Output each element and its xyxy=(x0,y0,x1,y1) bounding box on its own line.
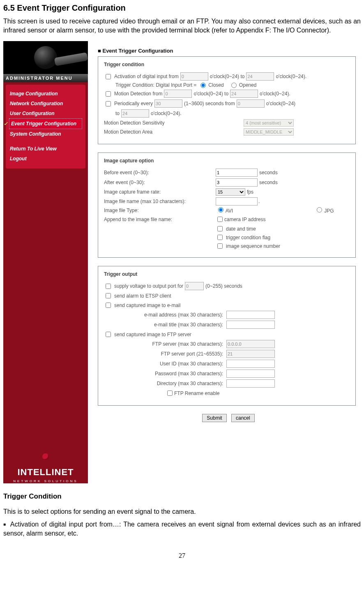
logo-word: INTELLINET xyxy=(17,467,74,477)
chk-ftp-rename[interactable] xyxy=(167,390,173,396)
cancel-button[interactable]: cancel xyxy=(231,414,255,422)
label-activation: Activation of digital input from xyxy=(114,74,179,79)
select-area[interactable]: MIDDLE_MIDDLE xyxy=(244,128,294,136)
label-detect-area: Motion Detection Area xyxy=(104,129,244,135)
input-before-event[interactable] xyxy=(216,169,258,177)
label-file-type: Image file Type: xyxy=(104,208,216,213)
label-seconds-1: seconds xyxy=(259,170,278,176)
label-opened: Opened xyxy=(239,82,257,88)
input-ftp-pass[interactable] xyxy=(226,370,275,378)
nav-network-config[interactable]: Network Configuration xyxy=(9,99,82,109)
label-oclock-end-2: o'clock(0~24). xyxy=(260,91,290,97)
chk-append-seq[interactable] xyxy=(217,243,223,249)
label-ftp-dir: Directory (max 30 characters): xyxy=(129,381,223,386)
label-frame-rate: Image capture frame rate: xyxy=(104,189,216,195)
input-periodic-to[interactable] xyxy=(121,109,149,118)
input-file-name[interactable] xyxy=(216,197,258,206)
square-bullet-icon: ■ xyxy=(3,522,7,527)
input-act-from[interactable] xyxy=(180,72,208,81)
dot-label: . xyxy=(258,199,260,204)
radio-jpg[interactable] xyxy=(317,207,322,213)
chk-periodic[interactable] xyxy=(106,101,111,106)
label-append-flag: trigger condition flag xyxy=(226,235,270,240)
label-append: Append to the image file name: xyxy=(104,217,216,222)
main-config-panel: Event Trigger Configuration Trigger cond… xyxy=(88,41,359,483)
label-oclock-to-2: o'clock(0~24) to xyxy=(194,91,228,97)
label-supply: supply voltage to output port for xyxy=(114,283,183,289)
label-after-event: After event (0~30): xyxy=(104,180,216,185)
logo-dot-icon xyxy=(42,453,49,460)
chk-append-flag[interactable] xyxy=(217,235,223,240)
label-oclock-end-1: o'clock(0~24). xyxy=(276,74,306,79)
radio-avi[interactable] xyxy=(218,207,223,213)
trigger-condition-heading: Trigger condition xyxy=(104,62,350,67)
label-ftp-user: User ID (max 30 characters): xyxy=(129,361,223,367)
body-text-bullet: ■ Activation of digital input port from…… xyxy=(3,520,361,538)
input-act-to[interactable] xyxy=(246,72,274,81)
camera-icon xyxy=(34,46,57,69)
input-periodic-from[interactable] xyxy=(237,99,265,108)
input-motion-to[interactable] xyxy=(230,90,258,98)
input-ftp-user[interactable] xyxy=(226,360,275,368)
radio-opened[interactable] xyxy=(231,83,237,88)
nav-return-live-view[interactable]: Return To Live View xyxy=(9,144,82,154)
input-ftp-port[interactable] xyxy=(226,350,275,358)
input-ftp-dir[interactable] xyxy=(226,379,275,388)
trigger-condition-box: Trigger condition Activation of digital … xyxy=(98,56,356,144)
input-periodic-secs[interactable] xyxy=(154,99,182,108)
label-seconds-2: seconds xyxy=(259,180,278,185)
nav-system-config[interactable]: System Configuration xyxy=(9,129,82,139)
input-motion-from[interactable] xyxy=(164,90,192,98)
label-periodic-to: to xyxy=(115,111,120,116)
section-heading: 6.5 Event Trigger Configuration xyxy=(3,3,361,13)
chk-append-date[interactable] xyxy=(217,226,223,231)
logo-subtitle: NETWORK SOLUTIONS xyxy=(13,479,78,483)
trigger-condition-subheading: Trigger Condition xyxy=(3,492,361,501)
label-avi: AVI xyxy=(226,208,233,214)
chk-email[interactable] xyxy=(106,303,111,308)
label-etsp: send alarm to ETSP client xyxy=(114,293,171,299)
label-oclock024: o'clock(0~24) xyxy=(266,101,295,106)
label-supply-end: (0~255) seconds xyxy=(205,283,242,289)
select-fps[interactable]: 15 xyxy=(216,188,245,196)
admin-menu-header: ADMINISTRATOR MENU xyxy=(3,74,88,82)
chk-supply[interactable] xyxy=(106,284,111,289)
label-ftp-pass: Password (max 30 characters): xyxy=(129,371,223,376)
submit-button[interactable]: Submit xyxy=(202,414,226,422)
label-motion-from: Motion Detection from xyxy=(114,91,162,97)
label-closed: Closed xyxy=(208,82,223,88)
input-after-event[interactable] xyxy=(216,178,258,187)
nav-user-config[interactable]: User Configuration xyxy=(9,109,82,118)
nav-event-trigger-config[interactable]: Event Trigger Configuration xyxy=(9,118,82,129)
chk-activation[interactable] xyxy=(106,74,111,79)
label-oclock-to-1: o'clock(0~24) to xyxy=(210,74,245,79)
chk-append-ip[interactable] xyxy=(217,217,223,222)
select-sensitivity[interactable]: 4 (most sensitive) xyxy=(244,119,294,127)
panel-title: Event Trigger Configuration xyxy=(98,41,359,56)
label-sec-from: (1~3600) seconds from xyxy=(184,101,235,106)
button-row: Submit cancel xyxy=(98,414,359,422)
nav-logout[interactable]: Logout xyxy=(9,154,82,164)
label-append-date: date and time xyxy=(226,226,256,232)
nav-image-config[interactable]: Image Configuration xyxy=(9,89,82,99)
brand-logo-block: INTELLINET NETWORK SOLUTIONS xyxy=(3,451,88,483)
radio-closed[interactable] xyxy=(200,83,206,88)
camera-photo xyxy=(3,41,88,74)
input-email-addr[interactable] xyxy=(226,311,275,319)
label-ftp-server: FTP server (max 30 characters): xyxy=(129,341,223,347)
label-ftp-port: FTP server port (21~65535): xyxy=(129,351,223,357)
label-fps: fps xyxy=(247,189,253,195)
input-ftp-server[interactable] xyxy=(226,340,275,348)
chk-motion[interactable] xyxy=(106,91,111,97)
label-email-title: e-mail title (max 30 characters): xyxy=(129,322,223,328)
image-capture-heading: Image capture option xyxy=(104,158,350,164)
page-number: 27 xyxy=(3,552,361,559)
input-supply-secs[interactable] xyxy=(185,282,204,290)
label-before-event: Before event (0~30): xyxy=(104,170,216,176)
label-append-ip: camera IP address xyxy=(224,217,266,222)
input-email-title[interactable] xyxy=(226,321,275,329)
chk-ftp[interactable] xyxy=(106,332,111,337)
chk-etsp[interactable] xyxy=(106,293,111,298)
trigger-output-heading: Trigger output xyxy=(104,271,350,277)
label-append-seq: image sequence number xyxy=(226,243,280,249)
